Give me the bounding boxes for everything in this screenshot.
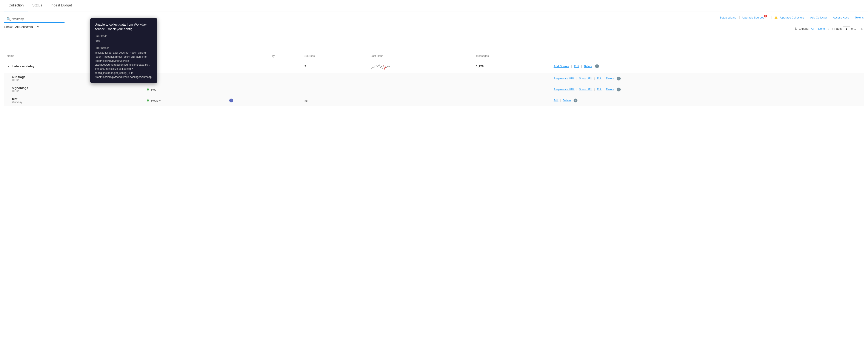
page-of: of 1 — [851, 27, 856, 30]
first-page-button[interactable]: « — [827, 27, 830, 31]
signonlogs-name-cell: signonlogs HTTP — [4, 84, 144, 95]
signonlogs-chart — [368, 84, 473, 95]
error-code-label: Error Code — [95, 34, 153, 38]
act-sep3: | — [603, 77, 604, 80]
col-ry: ry — [270, 53, 302, 59]
act-sep3: | — [603, 88, 604, 91]
group-messages: 1,129 — [473, 59, 550, 73]
signonlogs-regen-url-link[interactable]: Regenerate URL — [554, 88, 575, 91]
auditlogs-extra — [225, 73, 270, 84]
health-text: Healthy — [151, 99, 161, 102]
expand-none-link[interactable]: None — [818, 27, 825, 30]
error-code: 500 — [95, 39, 153, 44]
edit-group-link[interactable]: Edit — [574, 64, 579, 68]
auditlogs-delete-link[interactable]: Delete — [606, 77, 614, 80]
group-action-links: Add Source | Edit | Delete — [553, 64, 594, 68]
auditlogs-info-icon[interactable]: i — [617, 77, 621, 81]
group-info-icon[interactable]: i — [595, 64, 599, 68]
add-source-link[interactable]: Add Source — [554, 64, 569, 68]
upgrade-collectors-link[interactable]: Upgrade Collectors — [780, 16, 804, 19]
test-type: Workday — [12, 101, 142, 104]
add-collector-link[interactable]: Add Collector — [810, 16, 827, 19]
main-content: 🔍 Show: All Collectors Setup Wizard | Up… — [0, 11, 868, 346]
alert-info-icon[interactable]: i — [229, 98, 233, 103]
test-name-cell: test Workday — [4, 95, 144, 106]
auditlogs-ry — [270, 73, 302, 84]
divider-3: | — [807, 16, 808, 19]
divider-5: | — [851, 16, 852, 19]
act-sep1: | — [571, 64, 572, 68]
error-details-label: Error Details — [95, 46, 153, 50]
next-page-button[interactable]: › — [857, 27, 860, 31]
search-input[interactable] — [12, 18, 60, 21]
auditlogs-messages — [473, 73, 550, 84]
test-category: asf — [302, 95, 368, 106]
signonlogs-show-url-link[interactable]: Show URL — [579, 88, 592, 91]
tab-collection[interactable]: Collection — [4, 0, 28, 11]
show-select[interactable]: All Collectors — [14, 25, 40, 29]
auditlogs-actions: Regenerate URL | Show URL | Edit | Delet… — [550, 73, 864, 84]
auditlogs-edit-link[interactable]: Edit — [597, 77, 601, 80]
page-label: Page: — [834, 27, 842, 30]
refresh-icon[interactable]: ↻ — [795, 27, 797, 31]
act-sep2: | — [581, 64, 582, 68]
sparkline-chart — [371, 61, 390, 70]
delete-group-link[interactable]: Delete — [584, 64, 592, 68]
auditlogs-regen-url-link[interactable]: Regenerate URL — [554, 77, 575, 80]
search-box: 🔍 — [4, 16, 64, 23]
auditlogs-chart — [368, 73, 473, 84]
health-dot — [147, 99, 149, 102]
table-row: signonlogs HTTP Hea Regenerate URL — [4, 84, 864, 95]
access-keys-link[interactable]: Access Keys — [833, 16, 849, 19]
prev-page-button[interactable]: ‹ — [831, 27, 834, 31]
tokens-link[interactable]: Tokens — [855, 16, 864, 19]
expand-icon[interactable]: ▼ — [7, 64, 10, 68]
test-health-cell: Healthy — [144, 95, 225, 106]
signonlogs-actions: Regenerate URL | Show URL | Edit | Delet… — [550, 84, 864, 95]
show-label: Show: — [4, 25, 13, 29]
test-action-links: Edit | Delete — [553, 99, 572, 102]
page-nav: « ‹ Page: of 1 › » — [827, 26, 864, 31]
error-tooltip: Unable to collect data from Workday serv… — [90, 18, 157, 83]
divider-4: | — [830, 16, 830, 19]
tabs-bar: Collection Status Ingest Budget — [0, 0, 868, 11]
tab-ingest-budget[interactable]: Ingest Budget — [46, 0, 76, 11]
test-actions: Edit | Delete i — [550, 95, 864, 106]
col-sources: Sources — [302, 53, 368, 59]
act-sep1: | — [560, 99, 561, 102]
toolbar: Setup Wizard | Upgrade Sources 1 | ⚠️ Up… — [720, 16, 864, 19]
divider-1: | — [739, 16, 740, 19]
tab-status[interactable]: Status — [28, 0, 46, 11]
upgrade-sources-link[interactable]: Upgrade Sources — [742, 16, 764, 19]
signonlogs-extra — [225, 84, 270, 95]
signonlogs-info-icon[interactable]: i — [617, 88, 621, 91]
test-edit-link[interactable]: Edit — [554, 99, 558, 102]
act-sep1: | — [577, 88, 577, 91]
page-input[interactable] — [843, 26, 850, 31]
test-name: test — [12, 97, 142, 101]
expand-label: Expand: — [799, 27, 809, 30]
signonlogs-ry — [270, 84, 302, 95]
table-row: test Workday Healthy i asf — [4, 95, 864, 106]
act-sep2: | — [594, 77, 595, 80]
test-info-icon[interactable]: i — [574, 98, 578, 103]
signonlogs-edit-link[interactable]: Edit — [597, 88, 601, 91]
group-ry — [270, 59, 302, 73]
group-chart — [368, 59, 473, 73]
col-last-hour: Last Hour — [368, 53, 473, 59]
upgrade-badge: 1 — [764, 15, 767, 18]
test-messages — [473, 95, 550, 106]
signonlogs-name: signonlogs — [12, 86, 142, 90]
signonlogs-messages — [473, 84, 550, 95]
test-delete-link[interactable]: Delete — [563, 99, 571, 102]
group-sources: 3 — [302, 59, 368, 73]
last-page-button[interactable]: » — [860, 27, 864, 31]
test-extra: i — [225, 95, 270, 106]
expand-all-link[interactable]: All — [811, 27, 814, 30]
signonlogs-delete-link[interactable]: Delete — [606, 88, 614, 91]
collectors-dropdown[interactable]: All Collectors — [14, 25, 40, 29]
auditlogs-show-url-link[interactable]: Show URL — [579, 77, 592, 80]
act-sep1: | — [577, 77, 577, 80]
setup-wizard-link[interactable]: Setup Wizard — [720, 16, 736, 19]
act-sep2: | — [594, 88, 595, 91]
